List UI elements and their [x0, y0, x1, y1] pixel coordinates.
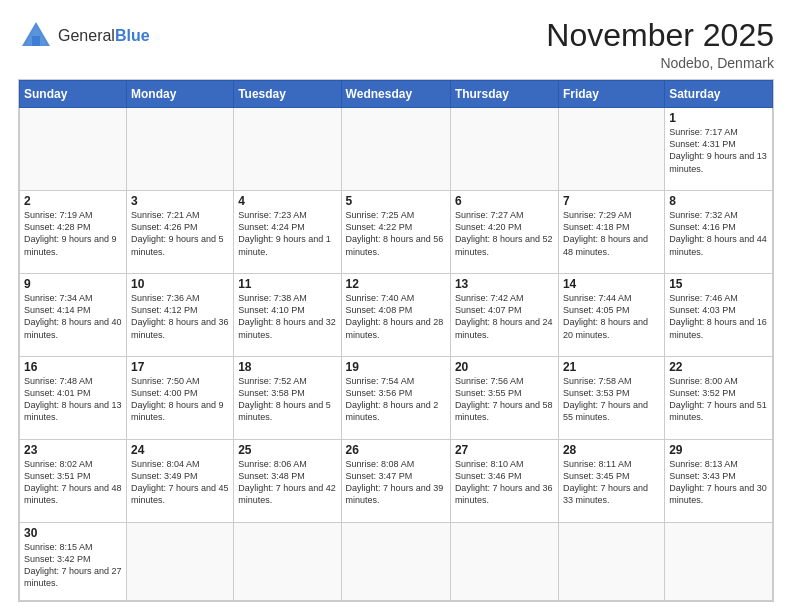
- header: GeneralBlue November 2025 Nodebo, Denmar…: [18, 18, 774, 71]
- week-row-3: 9Sunrise: 7:34 AM Sunset: 4:14 PM Daylig…: [20, 274, 773, 357]
- day-number: 27: [455, 443, 554, 457]
- day-cell: 12Sunrise: 7:40 AM Sunset: 4:08 PM Dayli…: [341, 274, 450, 357]
- day-number: 25: [238, 443, 336, 457]
- day-cell: [450, 522, 558, 600]
- day-info: Sunrise: 7:29 AM Sunset: 4:18 PM Dayligh…: [563, 209, 660, 258]
- day-number: 9: [24, 277, 122, 291]
- day-cell: 18Sunrise: 7:52 AM Sunset: 3:58 PM Dayli…: [234, 357, 341, 440]
- day-info: Sunrise: 8:06 AM Sunset: 3:48 PM Dayligh…: [238, 458, 336, 507]
- day-info: Sunrise: 8:10 AM Sunset: 3:46 PM Dayligh…: [455, 458, 554, 507]
- day-info: Sunrise: 7:32 AM Sunset: 4:16 PM Dayligh…: [669, 209, 768, 258]
- svg-rect-2: [32, 36, 40, 46]
- day-cell: 1Sunrise: 7:17 AM Sunset: 4:31 PM Daylig…: [665, 108, 773, 191]
- day-cell: [450, 108, 558, 191]
- day-info: Sunrise: 7:40 AM Sunset: 4:08 PM Dayligh…: [346, 292, 446, 341]
- day-info: Sunrise: 7:44 AM Sunset: 4:05 PM Dayligh…: [563, 292, 660, 341]
- day-cell: 27Sunrise: 8:10 AM Sunset: 3:46 PM Dayli…: [450, 440, 558, 523]
- col-saturday: Saturday: [665, 81, 773, 108]
- day-cell: 10Sunrise: 7:36 AM Sunset: 4:12 PM Dayli…: [126, 274, 233, 357]
- day-cell: 29Sunrise: 8:13 AM Sunset: 3:43 PM Dayli…: [665, 440, 773, 523]
- day-info: Sunrise: 7:34 AM Sunset: 4:14 PM Dayligh…: [24, 292, 122, 341]
- day-info: Sunrise: 7:46 AM Sunset: 4:03 PM Dayligh…: [669, 292, 768, 341]
- day-number: 22: [669, 360, 768, 374]
- day-cell: [341, 522, 450, 600]
- day-info: Sunrise: 8:00 AM Sunset: 3:52 PM Dayligh…: [669, 375, 768, 424]
- day-cell: 24Sunrise: 8:04 AM Sunset: 3:49 PM Dayli…: [126, 440, 233, 523]
- day-cell: [341, 108, 450, 191]
- day-number: 30: [24, 526, 122, 540]
- week-row-2: 2Sunrise: 7:19 AM Sunset: 4:28 PM Daylig…: [20, 191, 773, 274]
- day-info: Sunrise: 7:38 AM Sunset: 4:10 PM Dayligh…: [238, 292, 336, 341]
- day-cell: [126, 522, 233, 600]
- day-cell: 26Sunrise: 8:08 AM Sunset: 3:47 PM Dayli…: [341, 440, 450, 523]
- day-number: 17: [131, 360, 229, 374]
- day-cell: 6Sunrise: 7:27 AM Sunset: 4:20 PM Daylig…: [450, 191, 558, 274]
- main-title: November 2025: [546, 18, 774, 53]
- day-info: Sunrise: 8:02 AM Sunset: 3:51 PM Dayligh…: [24, 458, 122, 507]
- day-info: Sunrise: 7:19 AM Sunset: 4:28 PM Dayligh…: [24, 209, 122, 258]
- day-number: 21: [563, 360, 660, 374]
- day-number: 19: [346, 360, 446, 374]
- day-cell: 11Sunrise: 7:38 AM Sunset: 4:10 PM Dayli…: [234, 274, 341, 357]
- day-info: Sunrise: 7:58 AM Sunset: 3:53 PM Dayligh…: [563, 375, 660, 424]
- day-number: 15: [669, 277, 768, 291]
- day-number: 6: [455, 194, 554, 208]
- day-cell: 4Sunrise: 7:23 AM Sunset: 4:24 PM Daylig…: [234, 191, 341, 274]
- day-number: 12: [346, 277, 446, 291]
- day-cell: 20Sunrise: 7:56 AM Sunset: 3:55 PM Dayli…: [450, 357, 558, 440]
- day-info: Sunrise: 7:50 AM Sunset: 4:00 PM Dayligh…: [131, 375, 229, 424]
- day-cell: 22Sunrise: 8:00 AM Sunset: 3:52 PM Dayli…: [665, 357, 773, 440]
- day-cell: 23Sunrise: 8:02 AM Sunset: 3:51 PM Dayli…: [20, 440, 127, 523]
- day-number: 28: [563, 443, 660, 457]
- calendar: Sunday Monday Tuesday Wednesday Thursday…: [18, 79, 774, 602]
- day-number: 8: [669, 194, 768, 208]
- day-info: Sunrise: 7:48 AM Sunset: 4:01 PM Dayligh…: [24, 375, 122, 424]
- week-row-5: 23Sunrise: 8:02 AM Sunset: 3:51 PM Dayli…: [20, 440, 773, 523]
- day-number: 13: [455, 277, 554, 291]
- week-row-1: 1Sunrise: 7:17 AM Sunset: 4:31 PM Daylig…: [20, 108, 773, 191]
- page: GeneralBlue November 2025 Nodebo, Denmar…: [0, 0, 792, 612]
- day-cell: 15Sunrise: 7:46 AM Sunset: 4:03 PM Dayli…: [665, 274, 773, 357]
- day-info: Sunrise: 7:23 AM Sunset: 4:24 PM Dayligh…: [238, 209, 336, 258]
- day-cell: [126, 108, 233, 191]
- day-cell: [234, 522, 341, 600]
- col-sunday: Sunday: [20, 81, 127, 108]
- day-number: 4: [238, 194, 336, 208]
- day-info: Sunrise: 7:27 AM Sunset: 4:20 PM Dayligh…: [455, 209, 554, 258]
- day-number: 24: [131, 443, 229, 457]
- day-info: Sunrise: 7:17 AM Sunset: 4:31 PM Dayligh…: [669, 126, 768, 175]
- day-cell: 28Sunrise: 8:11 AM Sunset: 3:45 PM Dayli…: [558, 440, 664, 523]
- col-wednesday: Wednesday: [341, 81, 450, 108]
- day-cell: [234, 108, 341, 191]
- day-cell: 25Sunrise: 8:06 AM Sunset: 3:48 PM Dayli…: [234, 440, 341, 523]
- day-info: Sunrise: 7:21 AM Sunset: 4:26 PM Dayligh…: [131, 209, 229, 258]
- day-info: Sunrise: 7:25 AM Sunset: 4:22 PM Dayligh…: [346, 209, 446, 258]
- day-number: 18: [238, 360, 336, 374]
- day-cell: [20, 108, 127, 191]
- day-cell: 17Sunrise: 7:50 AM Sunset: 4:00 PM Dayli…: [126, 357, 233, 440]
- day-info: Sunrise: 8:13 AM Sunset: 3:43 PM Dayligh…: [669, 458, 768, 507]
- header-row: Sunday Monday Tuesday Wednesday Thursday…: [20, 81, 773, 108]
- day-number: 11: [238, 277, 336, 291]
- day-info: Sunrise: 7:52 AM Sunset: 3:58 PM Dayligh…: [238, 375, 336, 424]
- day-cell: 21Sunrise: 7:58 AM Sunset: 3:53 PM Dayli…: [558, 357, 664, 440]
- day-number: 10: [131, 277, 229, 291]
- day-cell: 9Sunrise: 7:34 AM Sunset: 4:14 PM Daylig…: [20, 274, 127, 357]
- week-row-6: 30Sunrise: 8:15 AM Sunset: 3:42 PM Dayli…: [20, 522, 773, 600]
- day-cell: 30Sunrise: 8:15 AM Sunset: 3:42 PM Dayli…: [20, 522, 127, 600]
- day-info: Sunrise: 8:11 AM Sunset: 3:45 PM Dayligh…: [563, 458, 660, 507]
- col-thursday: Thursday: [450, 81, 558, 108]
- day-cell: 7Sunrise: 7:29 AM Sunset: 4:18 PM Daylig…: [558, 191, 664, 274]
- col-tuesday: Tuesday: [234, 81, 341, 108]
- day-cell: 5Sunrise: 7:25 AM Sunset: 4:22 PM Daylig…: [341, 191, 450, 274]
- col-monday: Monday: [126, 81, 233, 108]
- day-cell: 3Sunrise: 7:21 AM Sunset: 4:26 PM Daylig…: [126, 191, 233, 274]
- day-number: 20: [455, 360, 554, 374]
- day-info: Sunrise: 8:04 AM Sunset: 3:49 PM Dayligh…: [131, 458, 229, 507]
- week-row-4: 16Sunrise: 7:48 AM Sunset: 4:01 PM Dayli…: [20, 357, 773, 440]
- day-info: Sunrise: 7:56 AM Sunset: 3:55 PM Dayligh…: [455, 375, 554, 424]
- day-cell: [558, 108, 664, 191]
- day-cell: [558, 522, 664, 600]
- day-number: 1: [669, 111, 768, 125]
- day-cell: 2Sunrise: 7:19 AM Sunset: 4:28 PM Daylig…: [20, 191, 127, 274]
